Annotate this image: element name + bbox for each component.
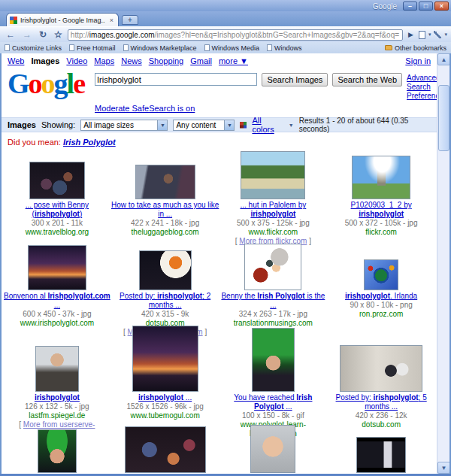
nav-link-shopping[interactable]: Shopping [149,56,184,65]
result-thumbnail[interactable] [139,250,192,290]
title-segment: Irish Polyglot [257,292,304,300]
result-title-link[interactable]: Posted by: irishpolyglot; 2 months ... [111,292,219,310]
back-button[interactable]: ← [4,29,17,40]
result-thumbnail[interactable] [135,165,195,199]
go-button[interactable]: ▶ [406,31,416,38]
result-title-link[interactable]: Posted by: irishpolyglot; 5 months ... [327,393,435,411]
page-menu-icon[interactable] [419,31,425,39]
thumb-area [219,231,328,290]
result-thumbnail[interactable] [35,346,79,392]
thumb-area [3,425,111,473]
result-thumbnail[interactable] [241,151,305,199]
bookmark-star-icon[interactable]: ☆ [52,29,65,40]
result-title-link[interactable]: You have reached Irish Polyglot ... [219,393,328,411]
result-thumbnail[interactable] [28,245,86,290]
result-thumbnail[interactable] [252,328,295,392]
title-segment: irishpolyglot [35,393,80,402]
images-toolbar: Images Showing: All image sizes ▼ Any co… [2,117,437,132]
result-thumbnail[interactable] [340,345,422,392]
window-title: Google [373,2,397,11]
forward-button[interactable]: → [20,29,34,40]
result-title-link[interactable]: How to take as much as you like in ... [111,201,219,219]
browser-tab[interactable]: Irishpolyglot - Google Imag... × [6,13,119,26]
other-bookmarks-button[interactable]: Other bookmarks [385,44,446,52]
search-input[interactable] [95,73,257,86]
select-arrow-icon: ▼ [157,120,167,130]
vertical-scrollbar[interactable]: ▲ ▼ [437,53,449,474]
result-title-link[interactable]: Bonvenon al Irishpolyglot.com ... [3,292,111,310]
result-thumbnail[interactable] [352,156,410,199]
close-window-button[interactable]: × [434,2,449,11]
tab-close-icon[interactable]: × [108,17,115,24]
results-grid: ... pose with Benny (irishpolyglot) 300 … [2,150,437,474]
bookmark-label: Customize Links [12,44,62,52]
result-title-link[interactable]: irishpolyglot [3,393,111,402]
nav-link-video[interactable]: Video [66,56,87,65]
content-type-select[interactable]: Any content ▼ [173,120,235,131]
title-segment: P1020903_1_2 by [351,201,412,209]
result-thumbnail[interactable] [244,244,301,290]
url-scheme: http:// [71,31,89,39]
new-tab-button[interactable]: + [122,15,138,25]
bookmark-label: Windows Marketplace [131,44,197,52]
image-result: ... hut in Palolem by irishpolyglot 500 … [219,150,328,231]
address-bar[interactable]: http://images.google.com/images?hl=en&q=… [68,29,403,41]
all-colors-link[interactable]: All colors [252,116,283,134]
reload-button[interactable]: ↻ [37,29,49,40]
image-size-select[interactable]: All image sizes ▼ [80,120,168,131]
tab-strip: Irishpolyglot - Google Imag... × + [0,11,451,26]
thumb-area [111,425,219,473]
nav-link-news[interactable]: News [121,56,142,65]
thumb-area [219,323,328,392]
result-title-link[interactable]: irishpolyglot ... [111,393,219,402]
result-caption: irishpolyglot. Irlanda 90 x 80 - 10k - p… [327,292,435,319]
result-dimensions: 300 x 201 - 11k [3,219,111,228]
bookmark-item[interactable]: Windows Marketplace [123,44,197,52]
result-thumbnail[interactable] [364,259,398,290]
bookmark-item[interactable]: Customize Links [5,44,62,52]
maximize-button[interactable]: □ [419,2,433,11]
image-result: irishpolyglot. Irlanda 90 x 80 - 10k - p… [327,231,435,323]
image-result: Headphone party by irishpolyglot [111,425,219,474]
page-menu-arrow-icon[interactable]: ▾ [428,32,431,38]
result-title-link[interactable]: Benny the Irish Polyglot is the ... [219,292,328,310]
scrollbar-thumb[interactable] [438,85,449,151]
wrench-menu-arrow-icon[interactable]: ▾ [444,32,447,38]
result-thumbnail[interactable] [29,162,85,199]
result-thumbnail[interactable] [38,429,77,473]
nav-link-web[interactable]: Web [8,56,24,65]
result-thumbnail[interactable] [356,437,406,473]
result-title-link[interactable]: ... hut in Palolem by irishpolyglot [219,201,328,219]
minimize-button[interactable]: – [403,2,417,11]
result-thumbnail[interactable] [125,426,206,473]
nav-link-maps[interactable]: Maps [94,56,114,65]
result-title-link[interactable]: irishpolyglot. Irlanda [327,292,435,301]
page-content: WebImagesVideoMapsNewsShoppingGmailmore … [0,53,451,474]
nav-link-gmail[interactable]: Gmail [190,56,212,65]
nav-link-images[interactable]: Images [31,56,59,65]
colors-arrow-icon[interactable]: ▼ [289,123,294,128]
search-images-button[interactable]: Search Images [262,73,328,86]
did-you-mean-link[interactable]: Irish Polyglot [63,138,116,147]
wrench-menu-icon[interactable] [434,31,441,38]
title-segment: ... [284,402,292,411]
result-thumbnail[interactable] [132,326,198,392]
thumb-area [327,323,435,392]
search-header: Google Search Images Search the Web Adva… [2,67,437,114]
result-thumbnail[interactable] [250,425,295,473]
result-title-link[interactable]: ... pose with Benny (irishpolyglot) [3,201,111,219]
scroll-down-arrow-icon[interactable]: ▼ [437,462,450,474]
search-web-button[interactable]: Search the Web [332,73,402,86]
image-size-value: All image sizes [83,121,134,129]
bookmark-item[interactable]: Windows Media [204,44,260,52]
sign-in-link[interactable]: Sign in [405,56,431,65]
result-caption: Posted by: irishpolyglot; 5 months ... 4… [327,393,435,429]
nav-link-more[interactable]: more ▼ [219,56,248,65]
bookmark-item[interactable]: Windows [267,44,302,52]
tab-title: Irishpolyglot - Google Imag... [20,17,105,24]
scroll-up-arrow-icon[interactable]: ▲ [437,53,450,65]
bookmark-item[interactable]: Free Hotmail [69,44,116,52]
thumb-area [327,425,435,473]
result-title-link[interactable]: P1020903_1_2 by irishpolyglot [327,201,435,219]
safesearch-link[interactable]: Moderate SafeSearch is on [95,104,195,113]
